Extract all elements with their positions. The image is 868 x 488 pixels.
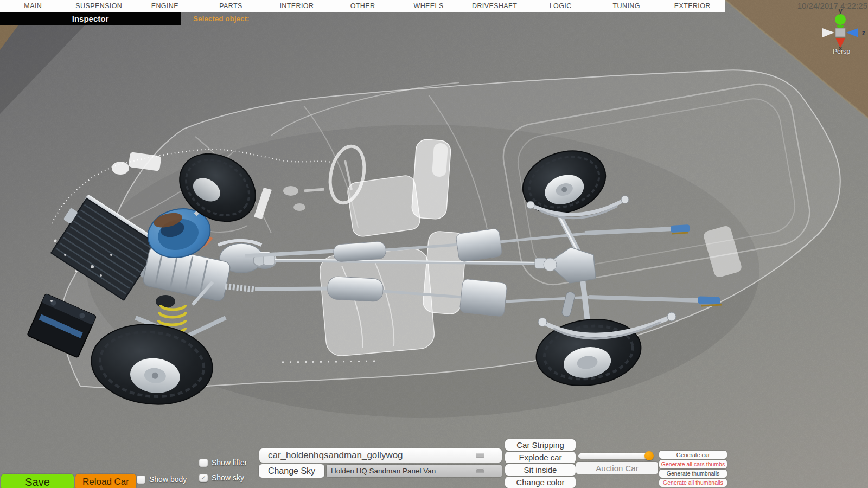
reload-car-button[interactable]: Reload Car (75, 474, 136, 488)
tab-engine[interactable]: ENGINE (132, 0, 198, 12)
change-sky-button[interactable]: Change Sky (259, 464, 324, 478)
orientation-gizmo[interactable]: y z x (814, 7, 868, 51)
tab-main[interactable]: MAIN (0, 0, 66, 12)
tab-suspension[interactable]: SUSPENSION (66, 0, 132, 12)
y-axis-icon[interactable] (835, 14, 846, 25)
auction-car-button[interactable]: Auction Car (576, 462, 658, 474)
show-body-label: Show body (149, 475, 187, 484)
projection-mode-label[interactable]: Persp (822, 48, 860, 55)
inspector-header: Inspector (0, 12, 181, 25)
save-button[interactable]: Save (1, 474, 74, 488)
show-lifter-checkbox[interactable] (199, 459, 208, 467)
selected-object-label: Selected object: (193, 15, 250, 23)
show-lifter-label: Show lifter (212, 458, 247, 467)
gizmo-z-label: z (862, 29, 866, 37)
generate-all-thumbnails-button[interactable]: Generate all thumbnails (659, 479, 727, 487)
show-sky-label: Show sky (212, 473, 244, 482)
tab-tuning[interactable]: TUNING (593, 0, 660, 12)
scene-viewport[interactable] (0, 0, 868, 488)
tab-other[interactable]: OTHER (330, 0, 396, 12)
inspector-title: Inspector (72, 14, 109, 23)
change-color-button[interactable]: Change color (505, 477, 576, 488)
generate-all-cars-thumbs-button[interactable]: Generate all cars thumbs (659, 460, 727, 468)
gizmo-y-label: y (838, 7, 843, 15)
sit-inside-button[interactable]: Sit inside (505, 464, 576, 476)
car-slider[interactable] (578, 450, 655, 461)
generate-panel: Generate car Generate all cars thumbs Ge… (659, 451, 727, 487)
explode-car-button[interactable]: Explode car (505, 452, 576, 463)
car-actions-panel: Car Stripping Explode car Sit inside Cha… (505, 439, 576, 488)
car-model-dropdown[interactable]: Holden HQ Sandman Panel Van (327, 465, 502, 477)
z-axis-icon[interactable] (846, 28, 858, 37)
show-sky-row: ✓ Show sky (199, 473, 244, 482)
dropdown-grip-icon[interactable] (476, 468, 484, 473)
tab-parts[interactable]: PARTS (198, 0, 264, 12)
car-stripping-button[interactable]: Car Stripping (505, 439, 576, 451)
tab-interior[interactable]: INTERIOR (264, 0, 330, 12)
show-body-row: Show body (137, 475, 187, 484)
slider-track[interactable] (578, 453, 652, 459)
slider-knob[interactable] (644, 451, 654, 460)
generate-car-button[interactable]: Generate car (659, 451, 727, 459)
input-grip-icon[interactable] (476, 453, 484, 458)
check-icon: ✓ (201, 474, 206, 481)
gizmo-cube[interactable] (835, 28, 845, 37)
car-model-dropdown-value: Holden HQ Sandman Panel Van (331, 467, 436, 475)
back-axis-icon[interactable] (822, 28, 834, 37)
generate-thumbnails-button[interactable]: Generate thumbnails (659, 470, 727, 478)
car-name-input[interactable] (259, 448, 502, 463)
tab-exterior[interactable]: EXTERIOR (659, 0, 725, 12)
show-lifter-row: Show lifter (199, 458, 247, 467)
tab-logic[interactable]: LOGIC (527, 0, 593, 12)
top-menu-bar: MAIN SUSPENSION ENGINE PARTS INTERIOR OT… (0, 0, 725, 12)
show-sky-checkbox[interactable]: ✓ (199, 474, 208, 482)
show-body-checkbox[interactable] (137, 476, 145, 484)
tab-driveshaft[interactable]: DRIVESHAFT (462, 0, 528, 12)
tab-wheels[interactable]: WHEELS (395, 0, 462, 12)
